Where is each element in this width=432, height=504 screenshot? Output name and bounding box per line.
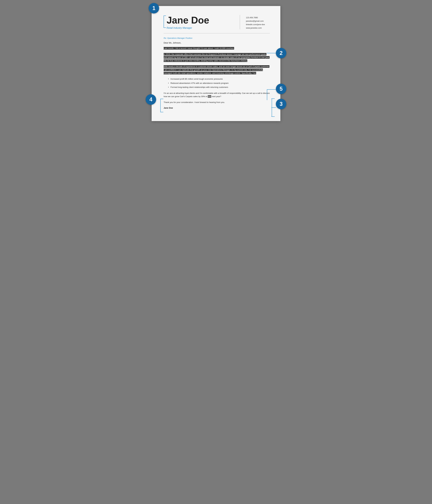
annotation-bubble-5: 5 <box>276 84 286 94</box>
annotation-line-4-v <box>160 99 161 112</box>
subject-line: Re: Operations Manager Position <box>164 37 270 39</box>
signature: Jane Doe <box>164 107 270 109</box>
salutation: Dear Ms. Johnson, <box>164 42 270 44</box>
paragraph-2-text: In 2016, the corporate office that overs… <box>164 53 270 62</box>
annotation-line-3-mid <box>271 108 276 108</box>
bullet-item-3: Formed long-lasting client relationships… <box>168 86 270 89</box>
annotation-line-2 <box>267 53 276 53</box>
contact-phone: 123.456.7890 <box>246 17 270 19</box>
page-wrapper: 1 2 3 4 5 <box>152 6 280 121</box>
header-right: 123.456.7890 janedoe@gmail.com linkedin.… <box>240 15 270 30</box>
contact-email: janedoe@gmail.com <box>246 20 270 22</box>
paragraph-3-text: With nearly a decade of experience in cu… <box>164 65 269 74</box>
bullet-item-2: Reduced absenteeism 47% with an attendan… <box>168 81 270 85</box>
paragraph-1: Last month, I hit a record I never thoug… <box>164 47 270 50</box>
annotation-bubble-3: 3 <box>276 99 286 109</box>
contact-linkedin: linkedin.com/jane-doe <box>246 23 270 26</box>
paragraph-4: I'm an ace at attracting loyal clients a… <box>164 92 270 98</box>
applicant-name: Jane Doe <box>167 15 234 26</box>
annotation-bubble-1: 1 <box>149 3 159 13</box>
header: Jane Doe Retail Industry Manager 123.456… <box>164 15 270 30</box>
paragraph-2: In 2016, the corporate office that overs… <box>164 53 270 63</box>
name-section: Jane Doe Retail Industry Manager <box>164 15 234 29</box>
paragraph-1-text: Last month, I hit a record I never thoug… <box>164 47 234 50</box>
header-left: Jane Doe Retail Industry Manager <box>164 15 240 29</box>
highlighted-word: the <box>208 95 211 98</box>
annotation-line-5-h <box>267 89 276 90</box>
annotation-line-3-bottom-h <box>271 117 275 117</box>
annotation-line-5-v <box>267 89 267 100</box>
annotation-bubble-2: 2 <box>276 48 286 58</box>
contact-website: www.janedoe.com <box>246 27 270 29</box>
bullet-list: Increased profit $5 million amid tough e… <box>168 77 270 89</box>
applicant-title: Retail Industry Manager <box>167 27 234 29</box>
bullet-item-1: Increased profit $5 million amid tough e… <box>168 77 270 81</box>
paragraph-5: Thank you for your consideration. I look… <box>164 101 270 104</box>
annotation-bubble-4: 4 <box>146 94 156 105</box>
annotation-line-4-bottom-h <box>160 112 163 112</box>
letter-container: Jane Doe Retail Industry Manager 123.456… <box>152 6 280 121</box>
paragraph-3: With nearly a decade of experience in cu… <box>164 65 270 75</box>
annotation-line-4-top-h <box>160 99 163 99</box>
